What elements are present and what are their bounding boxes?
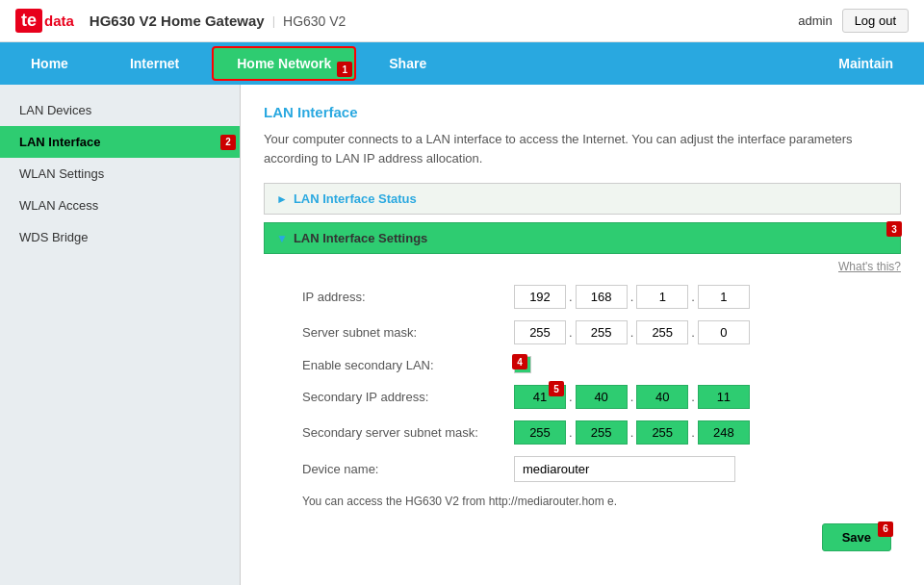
settings-arrow-icon: ▼ — [276, 232, 288, 245]
sidebar-item-lan-devices[interactable]: LAN Devices — [0, 94, 240, 126]
sidebar: LAN Devices LAN Interface 2 WLAN Setting… — [0, 85, 241, 585]
secondary-mask-octet-3[interactable] — [636, 420, 688, 445]
mask-octet-3[interactable] — [636, 320, 688, 344]
header: te data HG630 V2 Home Gateway | HG630 V2… — [0, 0, 924, 42]
ip-octet-4[interactable] — [698, 285, 750, 309]
main-nav: Home Internet Home Network 1 Share Maint… — [0, 42, 924, 85]
save-row: Save 6 — [264, 523, 901, 551]
sidebar-item-wds-bridge[interactable]: WDS Bridge — [0, 221, 240, 253]
nav-item-maintain[interactable]: Maintain — [808, 42, 924, 85]
lan-settings-section[interactable]: ▼ LAN Interface Settings 3 — [264, 222, 901, 254]
settings-section-title: LAN Interface Settings — [294, 231, 427, 245]
status-section-title: LAN Interface Status — [294, 191, 417, 206]
nav-item-share[interactable]: Share — [358, 42, 457, 85]
lan-status-section[interactable]: ► LAN Interface Status — [264, 183, 901, 215]
admin-label: admin — [798, 13, 832, 28]
sidebar-item-lan-interface[interactable]: LAN Interface 2 — [0, 126, 240, 158]
save-badge: 6 — [878, 521, 893, 537]
secondary-mask-octet-4[interactable] — [698, 420, 750, 445]
logo: te data — [15, 9, 74, 33]
nav-item-home-network[interactable]: Home Network 1 — [212, 46, 356, 81]
ip-address-label: IP address: — [302, 290, 514, 304]
sidebar-badge-lan-interface: 2 — [220, 135, 236, 150]
enable-secondary-checkbox-wrap: 4 ✓ — [514, 356, 531, 373]
secondary-mask-octet-1[interactable] — [514, 420, 566, 445]
device-name-input[interactable] — [514, 456, 735, 482]
subnet-mask-row: Server subnet mask: . . . — [264, 320, 901, 344]
nav-badge-home-network: 1 — [337, 62, 352, 77]
info-text: You can access the HG630 V2 from http://… — [264, 494, 901, 510]
secondary-mask-inputs: . . . — [514, 420, 750, 445]
sidebar-item-wlan-settings[interactable]: WLAN Settings — [0, 158, 240, 190]
whats-this-link[interactable]: What's this? — [264, 260, 901, 273]
secondary-ip-octet-3[interactable] — [636, 385, 688, 409]
secondary-mask-row: Secondary server subnet mask: . . . — [264, 420, 901, 445]
secondary-mask-octet-2[interactable] — [576, 420, 628, 445]
logo-data: data — [44, 13, 74, 29]
ip-octet-3[interactable] — [636, 285, 688, 309]
page-desc: Your computer connects to a LAN interfac… — [264, 130, 901, 167]
header-subtitle: HG630 V2 — [283, 13, 346, 29]
secondary-ip-row: Secondary IP address: 5 . . . — [264, 385, 901, 409]
subnet-mask-label: Server subnet mask: — [302, 325, 514, 340]
ip-address-row: IP address: . . . — [264, 285, 901, 309]
enable-secondary-badge: 4 — [512, 354, 527, 369]
device-name-row: Device name: — [264, 456, 901, 482]
device-name-label: Device name: — [302, 462, 514, 476]
secondary-ip-badge: 5 — [549, 381, 564, 396]
page-title: LAN Interface — [264, 104, 901, 120]
logout-button[interactable]: Log out — [842, 9, 909, 33]
logo-te: te — [15, 9, 42, 33]
mask-octet-1[interactable] — [514, 320, 566, 344]
layout: LAN Devices LAN Interface 2 WLAN Setting… — [0, 85, 924, 585]
nav-item-home[interactable]: Home — [0, 42, 99, 85]
secondary-ip-inputs: 5 . . . — [514, 385, 750, 409]
subnet-mask-inputs: . . . — [514, 320, 750, 344]
sidebar-item-wlan-access[interactable]: WLAN Access — [0, 190, 240, 221]
mask-octet-4[interactable] — [698, 320, 750, 344]
ip-octet-2[interactable] — [576, 285, 628, 309]
main-content: LAN Interface Your computer connects to … — [241, 85, 924, 585]
enable-secondary-label: Enable secondary LAN: — [302, 358, 514, 372]
secondary-mask-label: Secondary server subnet mask: — [302, 425, 514, 440]
secondary-ip-octet-4[interactable] — [698, 385, 750, 409]
header-right: admin Log out — [798, 9, 909, 33]
header-title: HG630 V2 Home Gateway — [90, 13, 265, 29]
settings-section-badge: 3 — [886, 221, 902, 237]
secondary-ip-octet-2[interactable] — [576, 385, 628, 409]
enable-secondary-row: Enable secondary LAN: 4 ✓ — [264, 356, 901, 373]
ip-address-inputs: . . . — [514, 285, 750, 309]
mask-octet-2[interactable] — [576, 320, 628, 344]
ip-octet-1[interactable] — [514, 285, 566, 309]
nav-item-internet[interactable]: Internet — [99, 42, 210, 85]
status-arrow-icon: ► — [276, 192, 288, 206]
secondary-ip-label: Secondary IP address: — [302, 390, 514, 404]
